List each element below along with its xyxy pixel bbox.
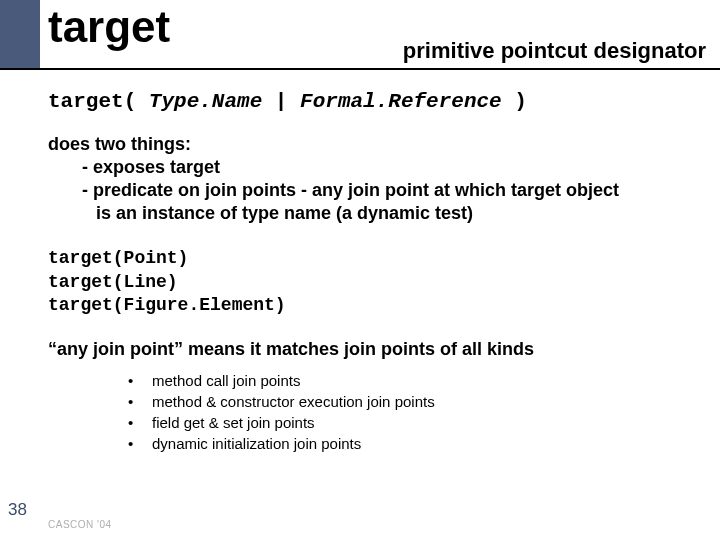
does-line1: - exposes target [48, 156, 706, 179]
bullet-row: • dynamic initialization join points [128, 433, 706, 454]
syntax-keyword: target [48, 90, 124, 113]
slide-body: target( Type.Name | Formal.Reference ) d… [0, 70, 720, 454]
does-line2a: - predicate on join points - any join po… [48, 179, 706, 202]
footer-text: CASCON '04 [48, 519, 112, 530]
bullet-row: • method call join points [128, 370, 706, 391]
title-bar: target primitive pointcut designator [0, 0, 720, 70]
bullet-row: • method & constructor execution join po… [128, 391, 706, 412]
bullet-dot-icon: • [128, 412, 152, 433]
bullet-dot-icon: • [128, 433, 152, 454]
does-block: does two things: - exposes target - pred… [48, 133, 706, 225]
example-line: target(Point) [48, 247, 706, 270]
bullet-text: dynamic initialization join points [152, 433, 361, 454]
bullets-block: • method call join points • method & con… [48, 370, 706, 454]
bullet-row: • field get & set join points [128, 412, 706, 433]
syntax-arg1: Type.Name [149, 90, 262, 113]
bullet-text: method & constructor execution join poin… [152, 391, 435, 412]
syntax-line: target( Type.Name | Formal.Reference ) [48, 90, 706, 113]
does-heading: does two things: [48, 134, 191, 154]
example-line: target(Figure.Element) [48, 294, 706, 317]
examples-block: target(Point) target(Line) target(Figure… [48, 247, 706, 317]
syntax-arg2: Formal.Reference [300, 90, 502, 113]
syntax-sep: | [262, 90, 300, 113]
slide-number: 38 [8, 500, 27, 520]
slide-title: target [48, 2, 170, 52]
accent-block [0, 0, 40, 68]
slide-subtitle: primitive pointcut designator [403, 38, 706, 64]
syntax-close: ) [514, 90, 527, 113]
bullet-text: method call join points [152, 370, 300, 391]
bullet-text: field get & set join points [152, 412, 315, 433]
example-line: target(Line) [48, 271, 706, 294]
does-line2b: is an instance of type name (a dynamic t… [48, 202, 706, 225]
bullet-dot-icon: • [128, 391, 152, 412]
anykind-line: “any join point” means it matches join p… [48, 339, 706, 360]
syntax-open: ( [124, 90, 137, 113]
bullet-dot-icon: • [128, 370, 152, 391]
